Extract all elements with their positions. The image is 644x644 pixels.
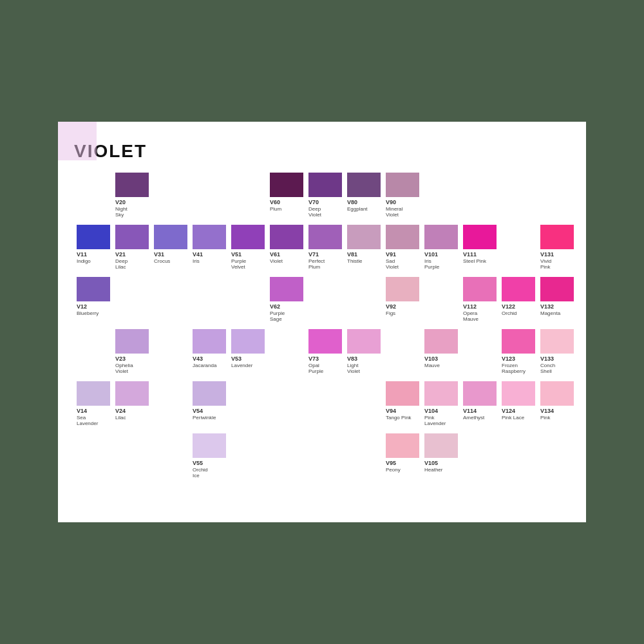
list-item[interactable]: V104 PinkLavender — [422, 380, 460, 428]
list-item[interactable]: V92 Figs — [383, 276, 422, 317]
list-item[interactable]: V51 PurpleVelvet — [229, 223, 267, 272]
chart-title: VIOLET — [74, 141, 570, 162]
list-item[interactable]: V112 OperaMauve — [460, 276, 499, 324]
list-item[interactable]: V101 IrisPurple — [422, 223, 460, 272]
list-item[interactable]: V123 FrozenRaspberry — [499, 328, 538, 376]
list-item[interactable]: V61 Violet — [267, 223, 306, 265]
list-item[interactable]: V83 LightViolet — [345, 328, 383, 376]
list-item[interactable]: V71 PerfectPlum — [306, 223, 345, 272]
list-item[interactable]: V62 PurpleSage — [267, 276, 306, 324]
list-item[interactable]: V91 SadViolet — [383, 223, 422, 272]
list-item[interactable]: V105 Heather — [422, 432, 460, 474]
list-item[interactable]: V114 Amethyst — [460, 380, 499, 422]
list-item[interactable]: V133 ConchShell — [538, 328, 576, 376]
corner-decoration — [58, 122, 97, 160]
list-item[interactable]: V122 Orchid — [499, 276, 538, 317]
list-item[interactable]: V60 Plum — [267, 171, 306, 213]
color-grid: V20 NightSky V60 Plum V70 DeepViolet — [74, 171, 576, 506]
list-item[interactable]: V41 Iris — [190, 223, 229, 265]
list-item[interactable]: V23 OpheliaViolet — [113, 328, 151, 376]
list-item[interactable]: V31 Crocus — [151, 223, 190, 265]
list-item[interactable]: V12 Blueberry — [74, 276, 113, 317]
list-item[interactable]: V21 DeepLilac — [113, 223, 151, 272]
list-item[interactable]: V80 Eggplant — [345, 171, 383, 213]
list-item[interactable]: V95 Peony — [383, 432, 422, 474]
list-item[interactable]: V81 Thistle — [345, 223, 383, 265]
list-item[interactable]: V90 MineralViolet — [383, 171, 422, 220]
list-item[interactable]: V124 Pink Lace — [499, 380, 538, 422]
list-item[interactable]: V55 OrchidIce — [190, 432, 229, 480]
list-item[interactable]: V53 Lavender — [229, 328, 267, 370]
list-item[interactable]: V11 Indigo — [74, 223, 113, 265]
list-item[interactable]: V94 Tango Pink — [383, 380, 422, 422]
list-item[interactable]: V103 Mauve — [422, 328, 460, 370]
list-item[interactable]: V131 VividPink — [538, 223, 576, 272]
list-item[interactable]: V111 Steel Pink — [460, 223, 499, 265]
list-item[interactable]: V132 Magenta — [538, 276, 576, 317]
list-item[interactable]: V20 NightSky — [113, 171, 151, 220]
list-item[interactable]: V14 SeaLavender — [74, 380, 113, 428]
list-item[interactable]: V70 DeepViolet — [306, 171, 345, 220]
list-item[interactable]: V134 Pink — [538, 380, 576, 422]
list-item[interactable]: V24 Lilac — [113, 380, 151, 422]
list-item[interactable]: V43 Jacaranda — [190, 328, 229, 370]
color-chart-card: VIOLET V20 NightSky V60 Plum — [58, 122, 586, 522]
list-item[interactable]: V73 OpalPurple — [306, 328, 345, 376]
list-item[interactable]: V54 Periwinkle — [190, 380, 229, 422]
